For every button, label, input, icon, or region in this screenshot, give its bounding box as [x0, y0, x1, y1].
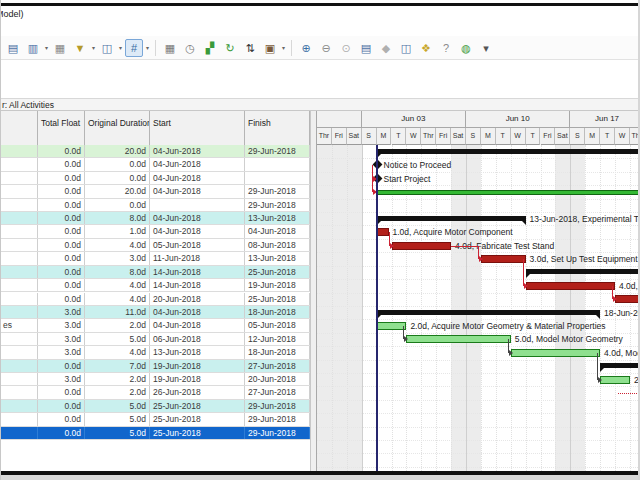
cell[interactable]: es: [0, 319, 38, 331]
cell[interactable]: 25-Jun-2018: [150, 427, 245, 439]
cell[interactable]: 8.0d: [85, 212, 150, 224]
cell[interactable]: 0.0d: [38, 239, 85, 251]
cell[interactable]: 0.0d: [38, 279, 85, 291]
table-row[interactable]: 0.0d4.0d14-Jun-201819-Jun-2018: [0, 279, 310, 292]
filter-icon[interactable]: ▼: [71, 39, 89, 57]
cell[interactable]: 20.0d: [85, 185, 150, 197]
cell[interactable]: 0.0d: [38, 158, 85, 170]
cell[interactable]: 2.0d: [85, 386, 150, 398]
cell[interactable]: 27-Jun-2018: [245, 386, 310, 398]
cell[interactable]: 3.0d: [38, 346, 85, 358]
cell[interactable]: [0, 400, 38, 412]
cell[interactable]: 19-Jun-2018: [245, 279, 310, 291]
cell[interactable]: [0, 413, 38, 425]
table-row[interactable]: 0.0d5.0d25-Jun-201829-Jun-2018: [0, 427, 310, 440]
summary-bar[interactable]: [377, 310, 601, 315]
cell[interactable]: 5.0d: [85, 400, 150, 412]
table-row[interactable]: 0.0d5.0d25-Jun-201829-Jun-2018: [0, 413, 310, 426]
layout-icon[interactable]: ▤: [4, 39, 22, 57]
cell[interactable]: [0, 158, 38, 170]
cell[interactable]: 29-Jun-2018: [245, 145, 310, 157]
cell[interactable]: 3.0d: [85, 252, 150, 264]
cell[interactable]: [0, 386, 38, 398]
cell[interactable]: 05-Jun-2018: [245, 319, 310, 331]
column-header-total-float[interactable]: Total Float: [38, 111, 85, 145]
critical-task-bar[interactable]: [377, 228, 389, 236]
summary-bar[interactable]: [600, 363, 638, 368]
cell[interactable]: [0, 360, 38, 372]
columns-icon[interactable]: ▥: [24, 39, 42, 57]
cell[interactable]: 12-Jun-2018: [245, 333, 310, 345]
table-row[interactable]: 0.0d8.0d14-Jun-201825-Jun-2018: [0, 266, 310, 279]
help-icon[interactable]: ?: [437, 39, 455, 57]
timescale-icon[interactable]: ▤: [357, 39, 375, 57]
cell[interactable]: 0.0d: [38, 212, 85, 224]
report-icon[interactable]: ▣: [261, 39, 279, 57]
cell[interactable]: 13-Jun-2018: [245, 212, 310, 224]
column-header-original-duration[interactable]: Original Duration: [85, 111, 150, 145]
table-row[interactable]: 0.0d0.0d04-Jun-2018: [0, 172, 310, 185]
cell[interactable]: 0.0d: [38, 400, 85, 412]
cell[interactable]: [0, 212, 38, 224]
cell[interactable]: [0, 306, 38, 318]
cell[interactable]: 2.0d: [85, 373, 150, 385]
cell[interactable]: 18-Jun-2018: [245, 346, 310, 358]
cell[interactable]: [0, 252, 38, 264]
cell[interactable]: 0.0d: [85, 199, 150, 211]
cell[interactable]: 0.0d: [38, 386, 85, 398]
gantt-timescale[interactable]: Jun 03Jun 10Jun 17ThrFriSatSMTWThrFriSat…: [317, 111, 638, 145]
cell[interactable]: 0.0d: [38, 145, 85, 157]
cell[interactable]: 7.0d: [85, 360, 150, 372]
cell[interactable]: 04-Jun-2018: [150, 319, 245, 331]
cell[interactable]: 19-Jun-2018: [150, 360, 245, 372]
table-row[interactable]: 0.0d7.0d19-Jun-201827-Jun-2018: [0, 360, 310, 373]
column-header-start[interactable]: Start: [150, 111, 245, 145]
cell[interactable]: [0, 333, 38, 345]
clock-icon[interactable]: ◷: [181, 39, 199, 57]
trace-logic-icon[interactable]: ▞: [201, 39, 219, 57]
summary-bar[interactable]: [526, 269, 638, 274]
attachment-icon[interactable]: ◆: [377, 39, 395, 57]
cell[interactable]: 29-Jun-2018: [245, 185, 310, 197]
cell[interactable]: 25-Jun-2018: [150, 400, 245, 412]
cell[interactable]: 4.0d: [85, 239, 150, 251]
cell[interactable]: [0, 199, 38, 211]
cell[interactable]: 04-Jun-2018: [150, 185, 245, 197]
cell[interactable]: 06-Jun-2018: [150, 333, 245, 345]
zoom-out-icon[interactable]: ⊖: [317, 39, 335, 57]
cell[interactable]: 25-Jun-2018: [245, 293, 310, 305]
cell[interactable]: 04-Jun-2018: [150, 212, 245, 224]
report-icon-caret[interactable]: ▾: [280, 44, 287, 51]
cell[interactable]: 25-Jun-2018: [150, 413, 245, 425]
table-row[interactable]: 0.0d4.0d05-Jun-201808-Jun-2018: [0, 239, 310, 252]
cell[interactable]: 5.0d: [85, 427, 150, 439]
cell[interactable]: 0.0d: [38, 185, 85, 197]
cell[interactable]: [0, 225, 38, 237]
cell[interactable]: 0.0d: [85, 172, 150, 184]
cell[interactable]: 13-Jun-2018: [150, 346, 245, 358]
cell[interactable]: 29-Jun-2018: [245, 413, 310, 425]
summary-bar[interactable]: [377, 216, 526, 221]
level-of-effort-bar[interactable]: [377, 190, 638, 195]
cell[interactable]: 3.0d: [38, 373, 85, 385]
cell[interactable]: 2.0d: [85, 319, 150, 331]
table-row[interactable]: 0.0d8.0d04-Jun-201813-Jun-2018: [0, 212, 310, 225]
table-row[interactable]: 0.0d1.0d04-Jun-201804-Jun-2018: [0, 225, 310, 238]
cell[interactable]: 08-Jun-2018: [245, 239, 310, 251]
cell[interactable]: 14-Jun-2018: [150, 279, 245, 291]
cell[interactable]: [0, 373, 38, 385]
cell[interactable]: 13-Jun-2018: [245, 252, 310, 264]
cell[interactable]: [0, 145, 38, 157]
cell[interactable]: 0.0d: [38, 266, 85, 278]
cell[interactable]: [0, 293, 38, 305]
task-bar[interactable]: [511, 349, 600, 357]
cell[interactable]: 0.0d: [38, 293, 85, 305]
group-sort-icon[interactable]: ◫: [98, 39, 116, 57]
cell[interactable]: 3.0d: [38, 319, 85, 331]
schedule-icon[interactable]: ↻: [221, 39, 239, 57]
table-row[interactable]: 0.0d4.0d20-Jun-201825-Jun-2018: [0, 293, 310, 306]
cell[interactable]: 8.0d: [85, 266, 150, 278]
task-bar[interactable]: [406, 335, 510, 343]
cell[interactable]: [150, 199, 245, 211]
group-sort-icon-caret[interactable]: ▾: [117, 44, 124, 51]
